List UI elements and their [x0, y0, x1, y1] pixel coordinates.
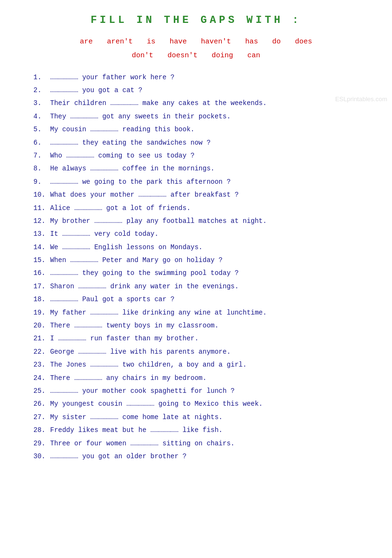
exercise-sentence: My father ………………… like drinking any wine…: [50, 307, 267, 318]
exercise-sentence: We ………………… English lessons on Mondays.: [50, 242, 202, 253]
exercise-number: 26.: [33, 399, 50, 409]
exercise-item: 7.Who ………………… coming to see us today ?: [33, 150, 373, 161]
word-are: are: [80, 38, 93, 46]
exercise-item: 27.My sister ………………… come home late at n…: [33, 412, 373, 422]
word-do: do: [272, 38, 281, 46]
exercise-number: 14.: [33, 242, 50, 253]
exercise-item: 6.………………… they eating the sandwiches now…: [33, 137, 373, 148]
exercise-number: 25.: [33, 386, 50, 396]
exercise-item: 24.There ………………… any chairs in my bedroo…: [33, 373, 373, 383]
exercise-item: 21.I ………………… run faster than my brother.: [33, 333, 373, 344]
word-dont: don't: [132, 52, 153, 60]
exercise-item: 23.The Jones ………………… two children, a boy…: [33, 359, 373, 370]
exercise-item: 10.What does your mother ………………… after b…: [33, 190, 373, 200]
exercise-number: 3.: [33, 98, 50, 108]
exercise-item: 4.They ………………… got any sweets in their p…: [33, 111, 373, 122]
exercise-number: 22.: [33, 347, 50, 357]
exercise-sentence: Freddy likes meat but he ………………… like fi…: [50, 425, 222, 435]
exercise-sentence: Sharon ………………… drink any water in the ev…: [50, 281, 239, 292]
exercise-sentence: What does your mother ………………… after brea…: [50, 190, 239, 200]
exercise-sentence: ………………… they eating the sandwiches now ?: [50, 137, 211, 148]
exercise-sentence: There ………………… twenty boys in my classroo…: [50, 320, 219, 331]
exercise-item: 14.We ………………… English lessons on Mondays…: [33, 242, 373, 253]
exercise-sentence: Their children ………………… make any cakes at…: [50, 98, 267, 108]
exercise-item: 1.………………… your father work here ?: [33, 72, 373, 83]
word-bank: are aren't is have haven't has do does d…: [19, 35, 373, 63]
exercise-number: 21.: [33, 333, 50, 344]
exercise-number: 4.: [33, 111, 50, 122]
exercise-number: 27.: [33, 412, 50, 422]
exercise-item: 18.………………… Paul got a sports car ?: [33, 294, 373, 305]
exercise-sentence: They ………………… got any sweets in their poc…: [50, 111, 231, 122]
exercise-item: 25.………………… your mother cook spaghetti fo…: [33, 386, 373, 396]
exercise-sentence: The Jones ………………… two children, a boy an…: [50, 359, 247, 370]
exercise-item: 20.There ………………… twenty boys in my class…: [33, 320, 373, 331]
word-have: have: [170, 38, 187, 46]
exercise-number: 10.: [33, 190, 50, 200]
page-title: FILL IN THE GAPS WITH :: [19, 14, 373, 26]
exercise-sentence: My brother ………………… play any football mat…: [50, 216, 267, 226]
exercise-number: 29.: [33, 438, 50, 449]
word-havent: haven't: [201, 38, 231, 46]
exercise-item: 2.………………… you got a cat ?: [33, 85, 373, 95]
exercise-sentence: My cousin ………………… reading this book.: [50, 124, 194, 135]
exercise-number: 11.: [33, 203, 50, 213]
word-bank-row1: are aren't is have haven't has do does: [19, 35, 373, 49]
exercises-container: 1.………………… your father work here ?2.………………: [33, 72, 373, 462]
exercise-number: 30.: [33, 451, 50, 462]
exercise-item: 9.………………… we going to the park this afte…: [33, 177, 373, 187]
word-can: can: [247, 52, 260, 60]
exercise-item: 3.Their children ………………… make any cakes …: [33, 98, 373, 108]
exercise-item: 29.Three or four women ………………… sitting o…: [33, 438, 373, 449]
word-bank-row2: don't doesn't doing can: [19, 49, 373, 63]
exercise-sentence: When ………………… Peter and Mary go on holida…: [50, 255, 222, 265]
exercise-sentence: There ………………… any chairs in my bedroom.: [50, 373, 207, 383]
exercise-sentence: Alice ………………… got a lot of friends.: [50, 203, 191, 213]
exercise-number: 5.: [33, 124, 50, 135]
exercise-item: 11.Alice ………………… got a lot of friends.: [33, 203, 373, 213]
exercise-sentence: ………………… you got an older brother ?: [50, 451, 187, 462]
exercise-number: 8.: [33, 163, 50, 174]
exercise-item: 26.My youngest cousin ………………… going to M…: [33, 399, 373, 409]
exercise-number: 15.: [33, 255, 50, 265]
exercise-number: 16.: [33, 268, 50, 278]
exercise-number: 19.: [33, 307, 50, 318]
word-does: does: [295, 38, 312, 46]
exercise-sentence: I ………………… run faster than my brother.: [50, 333, 199, 344]
exercise-number: 23.: [33, 359, 50, 370]
exercise-item: 22.George ………………… live with his parents …: [33, 347, 373, 357]
exercise-number: 1.: [33, 72, 50, 83]
exercise-sentence: ………………… they going to the swimming pool …: [50, 268, 239, 278]
exercise-number: 9.: [33, 177, 50, 187]
exercise-sentence: It ………………… very cold today.: [50, 229, 159, 239]
exercise-item: 5.My cousin ………………… reading this book.: [33, 124, 373, 135]
exercise-number: 20.: [33, 320, 50, 331]
exercise-sentence: Three or four women ………………… sitting on c…: [50, 438, 234, 449]
exercise-sentence: Who ………………… coming to see us today ?: [50, 150, 194, 161]
exercise-sentence: He always ………………… coffee in the mornings…: [50, 163, 214, 174]
exercise-number: 2.: [33, 85, 50, 95]
exercise-number: 6.: [33, 137, 50, 148]
exercise-sentence: ………………… your father work here ?: [50, 72, 174, 83]
word-doing: doing: [212, 52, 233, 60]
exercise-sentence: George ………………… live with his parents any…: [50, 347, 231, 357]
exercise-item: 12.My brother ………………… play any football …: [33, 216, 373, 226]
exercise-sentence: ………………… Paul got a sports car ?: [50, 294, 174, 305]
exercise-sentence: ………………… you got a cat ?: [50, 85, 142, 95]
exercise-item: 13.It ………………… very cold today.: [33, 229, 373, 239]
exercise-item: 30.………………… you got an older brother ?: [33, 451, 373, 462]
exercise-item: 8.He always ………………… coffee in the mornin…: [33, 163, 373, 174]
exercise-number: 12.: [33, 216, 50, 226]
exercise-item: 17.Sharon ………………… drink any water in the…: [33, 281, 373, 292]
exercise-item: 28.Freddy likes meat but he ………………… like…: [33, 425, 373, 435]
exercise-item: 19.My father ………………… like drinking any w…: [33, 307, 373, 318]
exercise-sentence: My sister ………………… come home late at nigh…: [50, 412, 222, 422]
exercise-number: 13.: [33, 229, 50, 239]
exercise-number: 17.: [33, 281, 50, 292]
word-has: has: [245, 38, 258, 46]
word-doesnt: doesn't: [168, 52, 198, 60]
exercise-sentence: My youngest cousin ………………… going to Mexi…: [50, 399, 263, 409]
exercise-item: 16.………………… they going to the swimming po…: [33, 268, 373, 278]
exercise-sentence: ………………… your mother cook spaghetti for l…: [50, 386, 234, 396]
exercise-sentence: ………………… we going to the park this aftern…: [50, 177, 231, 187]
